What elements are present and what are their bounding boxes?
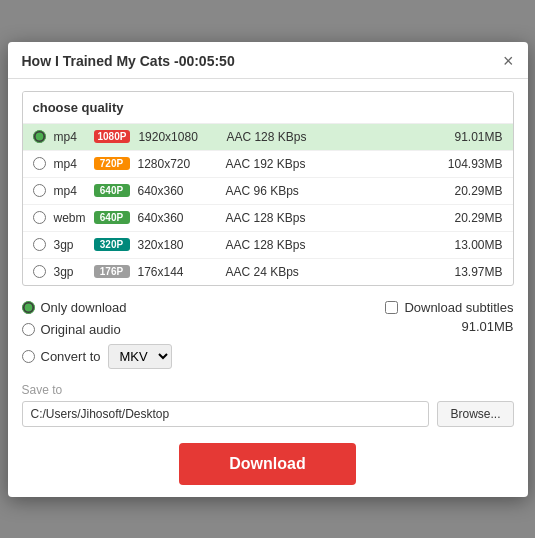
audio-4: AAC 128 KBps xyxy=(226,238,425,252)
quality-radio-2[interactable] xyxy=(33,184,46,197)
convert-to-radio[interactable] xyxy=(22,350,35,363)
quality-row[interactable]: mp4 1080P 1920x1080 AAC 128 KBps 91.01MB xyxy=(23,124,513,151)
size-5: 13.97MB xyxy=(433,265,503,279)
close-button[interactable]: × xyxy=(503,52,514,70)
resolution-0: 1920x1080 xyxy=(138,130,218,144)
dialog-header: How I Trained My Cats -00:05:50 × xyxy=(8,42,528,79)
quality-row[interactable]: 3gp 176P 176x144 AAC 24 KBps 13.97MB xyxy=(23,259,513,285)
quality-box: choose quality mp4 1080P 1920x1080 AAC 1… xyxy=(22,91,514,286)
subtitle-label: Download subtitles xyxy=(404,300,513,315)
only-download-label: Only download xyxy=(41,300,127,315)
size-4: 13.00MB xyxy=(433,238,503,252)
download-area: Download xyxy=(22,443,514,485)
convert-to-label: Convert to xyxy=(41,349,101,364)
badge-4: 320P xyxy=(94,238,130,251)
resolution-2: 640x360 xyxy=(138,184,218,198)
original-audio-radio[interactable] xyxy=(22,323,35,336)
size-1: 104.93MB xyxy=(433,157,503,171)
path-input[interactable] xyxy=(22,401,430,427)
format-label: mp4 xyxy=(54,184,86,198)
original-audio-option[interactable]: Original audio xyxy=(22,322,386,337)
size-2: 20.29MB xyxy=(433,184,503,198)
convert-to-option[interactable]: Convert to xyxy=(22,349,101,364)
audio-3: AAC 128 KBps xyxy=(226,211,425,225)
badge-3: 640P xyxy=(94,211,130,224)
save-label: Save to xyxy=(22,383,514,397)
format-label: webm xyxy=(54,211,86,225)
resolution-4: 320x180 xyxy=(138,238,218,252)
quality-header: choose quality xyxy=(23,92,513,124)
quality-radio-3[interactable] xyxy=(33,211,46,224)
badge-1: 720P xyxy=(94,157,130,170)
left-options: Only download Original audio Convert to … xyxy=(22,300,386,369)
original-audio-label: Original audio xyxy=(41,322,121,337)
dialog: How I Trained My Cats -00:05:50 × choose… xyxy=(8,42,528,497)
quality-row[interactable]: mp4 640P 640x360 AAC 96 KBps 20.29MB xyxy=(23,178,513,205)
resolution-5: 176x144 xyxy=(138,265,218,279)
convert-row: Convert to MKVMP4AVIMOV xyxy=(22,344,386,369)
quality-radio-1[interactable] xyxy=(33,157,46,170)
size-3: 20.29MB xyxy=(433,211,503,225)
format-select[interactable]: MKVMP4AVIMOV xyxy=(108,344,172,369)
format-label: 3gp xyxy=(54,265,86,279)
badge-0: 1080P xyxy=(94,130,131,143)
resolution-1: 1280x720 xyxy=(138,157,218,171)
format-label: mp4 xyxy=(54,157,86,171)
right-options: Download subtitles 91.01MB xyxy=(385,300,513,334)
audio-0: AAC 128 KBps xyxy=(226,130,424,144)
options-section: Only download Original audio Convert to … xyxy=(22,300,514,369)
quality-radio-5[interactable] xyxy=(33,265,46,278)
subtitle-option[interactable]: Download subtitles xyxy=(385,300,513,315)
format-label: mp4 xyxy=(54,130,86,144)
audio-5: AAC 24 KBps xyxy=(226,265,425,279)
dialog-body: choose quality mp4 1080P 1920x1080 AAC 1… xyxy=(8,79,528,497)
quality-radio-4[interactable] xyxy=(33,238,46,251)
quality-row[interactable]: 3gp 320P 320x180 AAC 128 KBps 13.00MB xyxy=(23,232,513,259)
quality-row[interactable]: webm 640P 640x360 AAC 128 KBps 20.29MB xyxy=(23,205,513,232)
quality-row[interactable]: mp4 720P 1280x720 AAC 192 KBps 104.93MB xyxy=(23,151,513,178)
save-row: Browse... xyxy=(22,401,514,427)
browse-button[interactable]: Browse... xyxy=(437,401,513,427)
file-size-display: 91.01MB xyxy=(461,319,513,334)
badge-2: 640P xyxy=(94,184,130,197)
format-label: 3gp xyxy=(54,238,86,252)
download-button[interactable]: Download xyxy=(179,443,355,485)
size-0: 91.01MB xyxy=(433,130,503,144)
only-download-option[interactable]: Only download xyxy=(22,300,386,315)
resolution-3: 640x360 xyxy=(138,211,218,225)
dialog-title: How I Trained My Cats -00:05:50 xyxy=(22,53,235,69)
audio-1: AAC 192 KBps xyxy=(226,157,425,171)
quality-radio-0[interactable] xyxy=(33,130,46,143)
subtitle-checkbox[interactable] xyxy=(385,301,398,314)
only-download-radio[interactable] xyxy=(22,301,35,314)
audio-2: AAC 96 KBps xyxy=(226,184,425,198)
badge-5: 176P xyxy=(94,265,130,278)
